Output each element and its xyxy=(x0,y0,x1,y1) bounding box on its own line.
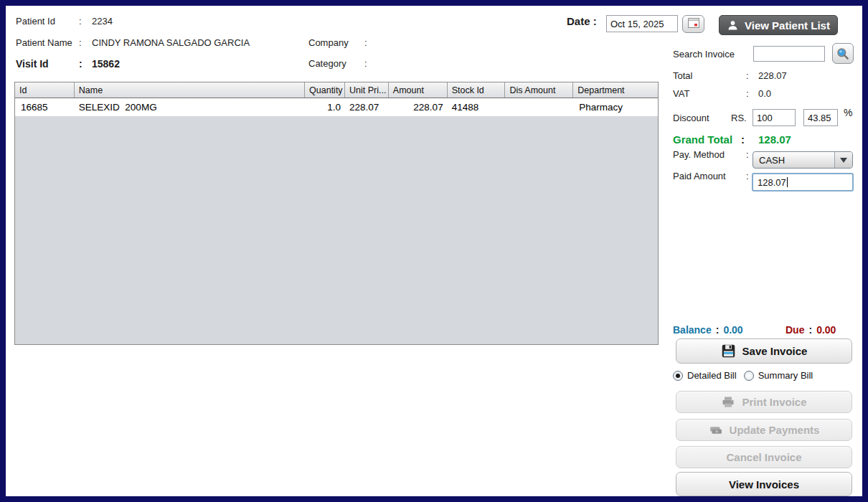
calendar-button[interactable] xyxy=(682,15,704,33)
balance-display: Balance : 0.00 xyxy=(673,324,743,336)
vat-label: VAT xyxy=(673,88,689,99)
view-invoices-label: View Invoices xyxy=(729,478,799,491)
date-input[interactable] xyxy=(606,15,678,32)
total-value: 228.07 xyxy=(758,70,787,81)
due-display: Due : 0.00 xyxy=(786,324,836,336)
column-header-stock-id[interactable]: Stock Id xyxy=(448,82,506,98)
column-header-dis-amount[interactable]: Dis Amount xyxy=(505,82,573,98)
dropdown-arrow-icon xyxy=(834,152,852,168)
patient-name-label: Patient Name xyxy=(16,37,72,48)
update-payments-label: Update Payments xyxy=(730,424,820,436)
column-header-unit-price[interactable]: Unit Pri... xyxy=(345,82,389,98)
search-invoice-input[interactable] xyxy=(753,46,825,62)
patient-name-value: CINDY RAMONA SALGADO GARCIA xyxy=(92,37,250,48)
cell-unit-price: 228.07 xyxy=(345,98,389,116)
pay-method-select[interactable]: CASH xyxy=(753,151,853,169)
colon: : xyxy=(746,88,749,99)
save-invoice-label: Save Invoice xyxy=(742,345,808,357)
view-invoices-button[interactable]: View Invoices xyxy=(676,472,852,496)
visit-id-label: Visit Id xyxy=(16,58,49,70)
column-header-amount[interactable]: Amount xyxy=(389,82,448,98)
total-label: Total xyxy=(673,70,692,81)
category-label: Category xyxy=(308,58,346,69)
search-invoice-label: Search Invoice xyxy=(673,49,735,60)
company-label: Company xyxy=(308,37,349,48)
print-invoice-button[interactable]: Print Invoice xyxy=(676,391,852,413)
table-row[interactable]: 16685 SELEXID 200MG 1.0 228.07 228.07 41… xyxy=(15,98,658,116)
summary-bill-label[interactable]: Summary Bill xyxy=(758,370,813,381)
colon: : xyxy=(746,149,749,160)
cell-name: SELEXID 200MG xyxy=(75,98,305,116)
colon: : xyxy=(79,37,82,48)
calendar-icon xyxy=(688,18,699,31)
column-header-name[interactable]: Name xyxy=(75,82,305,98)
cell-dis-amount xyxy=(505,98,573,116)
colon: : xyxy=(746,70,749,81)
pay-method-label: Pay. Method xyxy=(673,149,725,160)
date-label: Date : xyxy=(567,15,597,27)
cell-quantity: 1.0 xyxy=(305,98,345,116)
search-icon xyxy=(836,47,850,61)
column-header-quantity[interactable]: Quantity xyxy=(305,82,345,98)
paid-amount-label: Paid Amount xyxy=(673,171,726,181)
cell-id: 16685 xyxy=(15,98,75,116)
paid-amount-input[interactable]: 128.07 xyxy=(752,173,854,191)
due-value: 0.00 xyxy=(816,324,836,336)
visit-id-value: 15862 xyxy=(92,58,120,70)
print-invoice-label: Print Invoice xyxy=(742,396,806,408)
due-label: Due xyxy=(786,324,804,336)
cell-department: Pharmacy xyxy=(573,98,658,116)
summary-bill-radio[interactable] xyxy=(744,371,754,381)
colon: : xyxy=(364,58,367,69)
save-invoice-button[interactable]: Save Invoice xyxy=(676,338,852,364)
detailed-bill-label[interactable]: Detailed Bill xyxy=(687,370,737,381)
discount-percent-input[interactable] xyxy=(803,109,838,126)
text-cursor xyxy=(787,177,788,187)
cell-stock-id: 41488 xyxy=(448,98,506,116)
column-header-department[interactable]: Department xyxy=(573,82,658,98)
grand-total-label: Grand Total xyxy=(673,133,732,146)
cancel-invoice-label: Cancel Invoice xyxy=(726,451,801,463)
pay-method-value: CASH xyxy=(753,152,834,168)
percent-sign: % xyxy=(844,107,852,118)
colon: : xyxy=(746,171,749,181)
colon: : xyxy=(741,133,745,146)
column-header-id[interactable]: Id xyxy=(15,82,75,98)
table-header: Id Name Quantity Unit Pri... Amount Stoc… xyxy=(15,82,658,98)
patient-id-label: Patient Id xyxy=(16,16,55,27)
search-invoice-button[interactable] xyxy=(832,43,854,64)
colon: : xyxy=(364,37,367,48)
balance-value: 0.00 xyxy=(723,324,742,336)
discount-amount-input[interactable] xyxy=(753,109,796,126)
balance-label: Balance xyxy=(673,324,712,336)
view-patient-list-label: View Patient List xyxy=(745,19,830,32)
colon: : xyxy=(79,16,82,27)
colon: : xyxy=(808,324,812,336)
vat-value: 0.0 xyxy=(758,88,771,99)
colon: : xyxy=(79,58,82,70)
cancel-invoice-button[interactable]: Cancel Invoice xyxy=(676,446,852,468)
patient-id-value: 2234 xyxy=(92,16,113,27)
discount-label: Discount xyxy=(673,113,709,123)
save-icon xyxy=(721,344,736,359)
update-payments-button[interactable]: Update Payments xyxy=(676,419,852,441)
person-icon xyxy=(727,19,739,32)
invoice-items-table: Id Name Quantity Unit Pri... Amount Stoc… xyxy=(14,82,659,345)
discount-unit-label: RS. xyxy=(731,113,747,123)
payments-icon xyxy=(709,425,723,436)
paid-amount-value: 128.07 xyxy=(758,177,786,188)
printer-icon xyxy=(721,395,735,409)
colon: : xyxy=(716,324,720,336)
bill-type-options: Detailed Bill Summary Bill xyxy=(673,370,813,381)
grand-total-value: 128.07 xyxy=(758,133,791,146)
view-patient-list-button[interactable]: View Patient List xyxy=(719,15,838,35)
detailed-bill-radio[interactable] xyxy=(673,371,683,381)
cell-amount: 228.07 xyxy=(389,98,448,116)
